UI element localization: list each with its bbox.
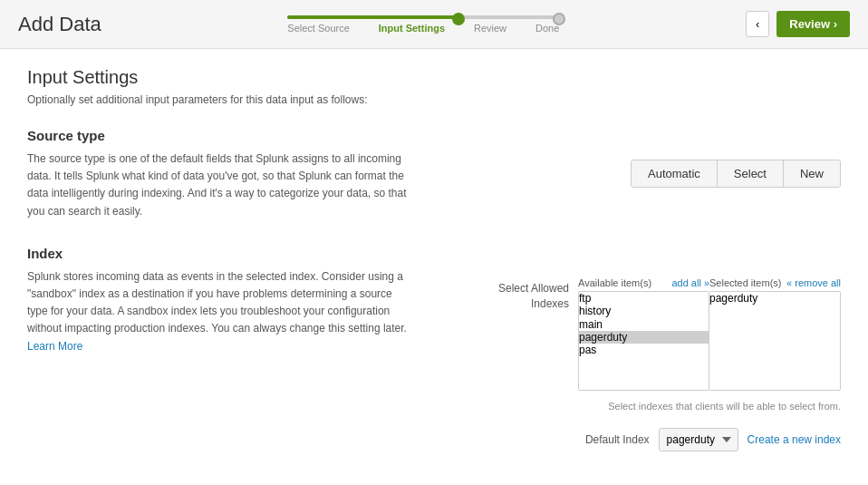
remove-all-link[interactable]: « remove all	[786, 277, 841, 288]
list-item[interactable]: pagerduty	[579, 331, 709, 344]
available-col: Available item(s) add all » ftp history …	[578, 277, 709, 391]
index-section: Index Splunk stores incoming data as eve…	[27, 246, 841, 451]
main-content: Input Settings Optionally set additional…	[0, 49, 868, 485]
default-index-row: Default Index ftp history main pagerduty…	[585, 428, 841, 451]
source-type-new-button[interactable]: New	[784, 160, 840, 187]
index-row: Splunk stores incoming data as events in…	[27, 268, 841, 451]
listbox-hint: Select indexes that clients will be able…	[608, 401, 841, 412]
default-index-label: Default Index	[585, 433, 650, 446]
list-item[interactable]: main	[579, 318, 709, 331]
progress-fill	[287, 15, 464, 19]
progress-labels: Select Source Input Settings Review Done	[287, 23, 559, 34]
progress-thumb-inactive	[553, 13, 565, 25]
available-listbox[interactable]: ftp history main pagerduty pas	[578, 291, 709, 391]
dual-listbox-row: Select AllowedIndexes Available item(s) …	[498, 277, 841, 391]
step-select-source: Select Source	[287, 23, 349, 34]
source-type-button-group: Automatic Select New	[631, 160, 841, 188]
list-item[interactable]: ftp	[579, 292, 709, 305]
index-heading: Index	[27, 246, 841, 261]
nav-buttons: ‹ Review ›	[746, 11, 850, 37]
select-allowed-label: Select AllowedIndexes	[498, 277, 578, 312]
page-heading: Add Data	[18, 13, 101, 36]
source-type-description-col: The source type is one of the default fi…	[27, 150, 408, 220]
source-type-section: Source type The source type is one of th…	[27, 128, 841, 220]
progress-bar	[287, 15, 559, 19]
create-new-index-link[interactable]: Create a new index	[747, 433, 841, 446]
progress-bar-area: Select Source Input Settings Review Done	[120, 15, 728, 34]
selected-col: Selected item(s) « remove all pagerduty	[709, 277, 841, 391]
source-type-description: The source type is one of the default fi…	[27, 150, 408, 220]
list-item[interactable]: pagerduty	[709, 292, 840, 305]
step-input-settings: Input Settings	[379, 23, 445, 34]
review-button[interactable]: Review ›	[776, 11, 850, 37]
header: Add Data Select Source Input Settings Re…	[0, 0, 868, 49]
default-index-select[interactable]: ftp history main pagerduty pas	[659, 428, 738, 451]
source-type-automatic-button[interactable]: Automatic	[632, 160, 718, 187]
available-label: Available item(s)	[578, 277, 651, 288]
back-button[interactable]: ‹	[746, 11, 769, 37]
source-type-heading: Source type	[27, 128, 841, 143]
listbox-group: Available item(s) add all » ftp history …	[578, 277, 841, 391]
learn-more-link[interactable]: Learn More	[27, 340, 82, 353]
index-controls-col: Select AllowedIndexes Available item(s) …	[435, 268, 841, 451]
progress-thumb-active	[452, 13, 465, 25]
dual-listbox-area: Select AllowedIndexes Available item(s) …	[490, 277, 841, 451]
source-type-row: The source type is one of the default fi…	[27, 150, 841, 220]
step-review: Review	[474, 23, 506, 34]
selected-header: Selected item(s) « remove all	[709, 277, 841, 288]
selected-listbox[interactable]: pagerduty	[709, 291, 841, 391]
source-type-select-button[interactable]: Select	[718, 160, 784, 187]
selected-label: Selected item(s)	[709, 277, 781, 288]
page-title: Input Settings	[27, 67, 841, 88]
list-item[interactable]: pas	[579, 344, 709, 356]
index-description: Splunk stores incoming data as events in…	[27, 268, 408, 355]
list-item[interactable]: history	[579, 305, 709, 317]
progress-track	[287, 15, 559, 19]
page-subtitle: Optionally set additional input paramete…	[27, 93, 841, 106]
source-type-controls-col: Automatic Select New	[435, 150, 841, 188]
add-all-link[interactable]: add all »	[671, 277, 709, 288]
available-header: Available item(s) add all »	[578, 277, 709, 288]
index-description-col: Splunk stores incoming data as events in…	[27, 268, 408, 355]
